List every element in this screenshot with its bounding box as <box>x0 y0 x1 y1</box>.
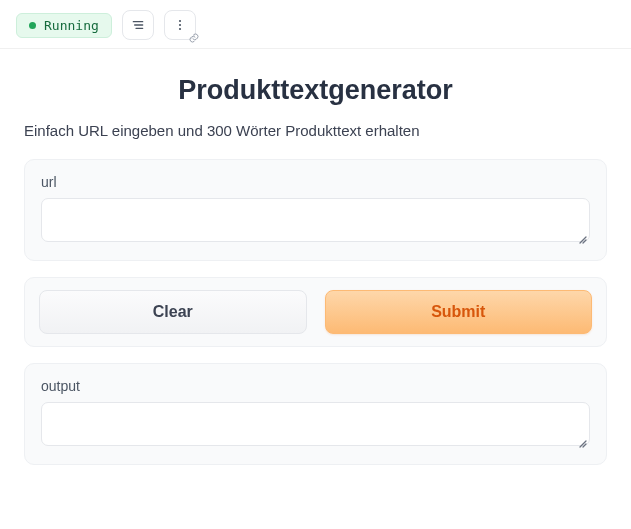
url-input[interactable] <box>41 198 590 242</box>
svg-point-3 <box>179 20 181 22</box>
status-badge: Running <box>16 13 112 38</box>
list-icon <box>130 17 146 33</box>
status-label: Running <box>44 18 99 33</box>
url-textarea-wrap <box>41 198 590 246</box>
button-row: Clear Submit <box>24 277 607 347</box>
main-content: Produkttextgenerator Einfach URL eingebe… <box>0 49 631 505</box>
logs-button[interactable] <box>122 10 154 40</box>
kebab-icon <box>172 17 188 33</box>
svg-point-4 <box>179 24 181 26</box>
url-label: url <box>41 174 590 190</box>
output-panel: output <box>24 363 607 465</box>
clear-button[interactable]: Clear <box>39 290 307 334</box>
output-label: output <box>41 378 590 394</box>
svg-point-5 <box>179 28 181 30</box>
link-icon <box>188 32 200 44</box>
output-textarea-wrap <box>41 402 590 450</box>
topbar: Running <box>0 0 631 49</box>
submit-button[interactable]: Submit <box>325 290 593 334</box>
more-button[interactable] <box>164 10 196 40</box>
page-subtitle: Einfach URL eingeben und 300 Wörter Prod… <box>24 122 607 139</box>
output-textarea[interactable] <box>41 402 590 446</box>
input-panel: url <box>24 159 607 261</box>
page-title: Produkttextgenerator <box>24 75 607 106</box>
status-dot-icon <box>29 22 36 29</box>
